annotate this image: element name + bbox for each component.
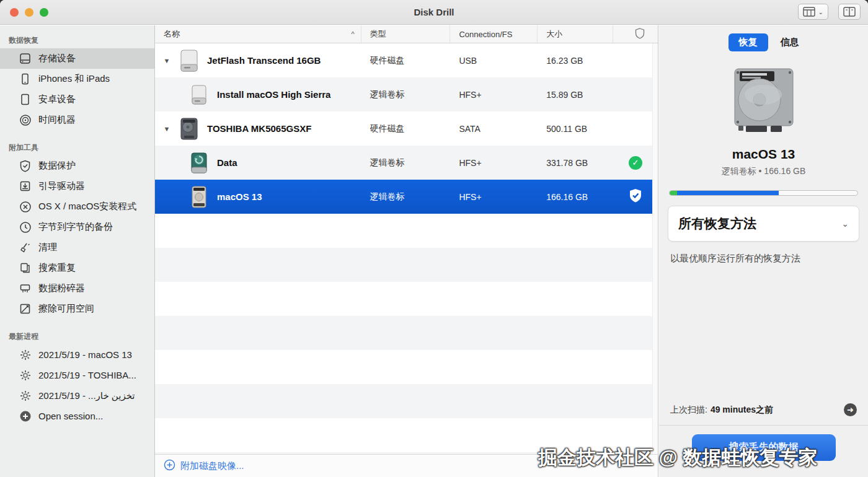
sidebar-item-label: 安卓设备 — [38, 94, 76, 105]
device-size: 166.16 GB — [538, 192, 613, 202]
iphone-icon — [19, 72, 32, 85]
disclosure-triangle-icon[interactable]: ▼ — [162, 125, 171, 133]
attach-disk-image-label: 附加磁盘映像... — [180, 460, 244, 472]
sidebar-item-iphones-ipads[interactable]: iPhones 和 iPads — [0, 69, 154, 89]
inspector-tabs: 恢复 信息 — [659, 33, 868, 51]
device-connection: SATA — [450, 124, 538, 134]
device-size: 15.89 GB — [538, 90, 613, 100]
device-type: 逻辑卷标 — [361, 89, 451, 100]
column-header-name[interactable]: 名称 ^ — [155, 25, 361, 43]
device-connection: HFS+ — [450, 158, 538, 168]
sidebar-item-macos-installer[interactable]: OS X / macOS安装程式 — [0, 196, 154, 217]
hard-drive-icon — [19, 52, 32, 65]
gear-icon — [19, 389, 32, 402]
plus-circle-outline-icon — [164, 459, 175, 473]
sidebar-item-label: 擦除可用空间 — [38, 303, 94, 315]
recovery-progress-bar — [669, 190, 858, 196]
tab-recover[interactable]: 恢复 — [728, 33, 768, 51]
sidebar-item-label: 引导驱动器 — [38, 180, 85, 192]
duplicates-copy-icon — [19, 261, 32, 274]
toggle-panel-button[interactable] — [838, 4, 861, 20]
gear-icon — [19, 369, 32, 382]
recovery-method-dropdown[interactable]: 所有恢复方法 ⌄ — [668, 206, 859, 242]
table-row-install-high-sierra[interactable]: Install macOS High Sierra 逻辑卷标 HFS+ 15.8… — [155, 77, 658, 112]
table-row-toshiba[interactable]: ▼ TOSHIBA MK5065GSXF 硬件磁盘 SATA 500.11 GB — [155, 112, 658, 146]
sidebar-item-label: 2021/5/19 - macOS 13 — [38, 349, 132, 360]
column-header-recoverable[interactable] — [613, 25, 658, 43]
sidebar-session-macos13[interactable]: 2021/5/19 - macOS 13 — [0, 344, 154, 365]
table-row-macos13-selected[interactable]: macOS 13 逻辑卷标 HFS+ 166.16 GB — [155, 180, 658, 214]
device-size: 500.11 GB — [538, 124, 613, 134]
sidebar-item-label: OS X / macOS安装程式 — [38, 201, 136, 212]
clock-icon — [19, 221, 32, 234]
disk-drill-window: Disk Drill ⌄ 数据恢复 存储设备 — [0, 0, 868, 477]
table-header: 名称 ^ 类型 Connection/FS 大小 — [155, 25, 658, 43]
recoverable-check-badge: ✓ — [629, 156, 642, 170]
column-header-type[interactable]: 类型 — [361, 25, 451, 43]
sort-ascending-icon[interactable]: ^ — [351, 30, 354, 38]
cleanup-broom-icon — [19, 241, 32, 254]
watermark-text: 掘金技术社区 @ 数据蛙恢复专家 — [538, 445, 817, 471]
device-connection: HFS+ — [450, 192, 538, 202]
sidebar-section-data-recovery: 数据恢复 — [0, 30, 154, 48]
installer-circle-x-icon — [19, 200, 32, 213]
device-name: Install macOS High Sierra — [217, 89, 330, 100]
progress-green-segment — [670, 191, 677, 195]
hard-drive-photo — [727, 68, 800, 137]
window-grid-icon — [803, 7, 815, 17]
sidebar-section-extra-tools: 附加工具 — [0, 138, 154, 155]
device-connection: HFS+ — [450, 90, 538, 100]
device-size: 331.78 GB — [538, 158, 613, 168]
table-row-jetflash[interactable]: ▼ JetFlash Transcend 16GB 硬件磁盘 USB 16.23… — [155, 43, 658, 77]
title-bar: Disk Drill ⌄ — [0, 0, 868, 25]
selected-device-subtitle: 逻辑卷标 • 166.16 GB — [659, 166, 868, 177]
device-name: macOS 13 — [217, 191, 262, 202]
device-name: TOSHIBA MK5065GSXF — [207, 123, 311, 134]
shield-outline-icon — [635, 28, 645, 41]
plus-circle-icon — [19, 409, 32, 422]
erase-free-space-icon — [19, 302, 32, 315]
chevron-down-icon: ⌄ — [818, 9, 823, 15]
attach-disk-image-link[interactable]: 附加磁盘映像... — [164, 459, 244, 473]
sidebar-session-arabic[interactable]: تخزين خار... - 2021/5/19 — [0, 385, 154, 406]
sidebar-item-android-devices[interactable]: 安卓设备 — [0, 89, 154, 110]
device-type: 硬件磁盘 — [361, 123, 451, 134]
sidebar-item-label: iPhones 和 iPads — [38, 73, 110, 85]
sidebar-item-byte-backup[interactable]: 字节到字节的备份 — [0, 217, 154, 237]
column-header-connection-fs[interactable]: Connection/FS — [450, 25, 538, 43]
volume-icon — [187, 82, 211, 107]
table-scrollbar[interactable] — [652, 43, 658, 454]
sidebar-item-open-session[interactable]: Open session... — [0, 406, 154, 426]
sidebar-item-label: تخزين خار... - 2021/5/19 — [38, 390, 135, 401]
device-table: 名称 ^ 类型 Connection/FS 大小 ▼ JetFlash — [155, 25, 658, 477]
sidebar-item-time-machine[interactable]: 时间机器 — [0, 110, 154, 130]
recovery-method-label: 所有恢复方法 — [678, 215, 756, 232]
sidebar-item-erase-free-space[interactable]: 擦除可用空间 — [0, 299, 154, 319]
view-mode-button[interactable]: ⌄ — [798, 4, 828, 20]
disclosure-triangle-icon[interactable]: ▼ — [162, 57, 171, 64]
sidebar-item-data-protection[interactable]: 数据保护 — [0, 155, 154, 176]
sidebar-item-label: 2021/5/19 - TOSHIBA... — [38, 370, 136, 380]
tab-info[interactable]: 信息 — [781, 37, 799, 48]
device-name: Data — [217, 157, 237, 168]
sidebar-item-storage-devices[interactable]: 存储设备 — [0, 48, 154, 69]
gear-icon — [19, 348, 32, 361]
last-scan-row: 上次扫描: 49 minutes之前 ➜ — [659, 403, 868, 416]
shield-check-icon — [19, 159, 32, 172]
sidebar-item-data-shredder[interactable]: 数据粉碎器 — [0, 278, 154, 299]
sidebar-item-find-duplicates[interactable]: 搜索重复 — [0, 258, 154, 278]
selected-device-name: macOS 13 — [659, 147, 868, 162]
sidebar-item-cleanup[interactable]: 清理 — [0, 237, 154, 258]
device-type: 硬件磁盘 — [361, 55, 451, 66]
sidebar-session-toshiba[interactable]: 2021/5/19 - TOSHIBA... — [0, 365, 154, 385]
inspector-divider — [659, 425, 868, 426]
sidebar-item-boot-drive[interactable]: 引导驱动器 — [0, 176, 154, 196]
android-tablet-icon — [19, 93, 32, 106]
recovery-method-description: 以最优顺序运行所有的恢复方法 — [670, 253, 857, 265]
last-scan-label: 上次扫描: — [670, 405, 707, 416]
resume-scan-arrow-icon[interactable]: ➜ — [844, 403, 857, 416]
table-row-data[interactable]: Data 逻辑卷标 HFS+ 331.78 GB ✓ — [155, 146, 658, 180]
column-header-size[interactable]: 大小 — [538, 25, 613, 43]
chevron-down-icon: ⌄ — [841, 219, 849, 229]
table-rows: ▼ JetFlash Transcend 16GB 硬件磁盘 USB 16.23… — [155, 43, 658, 454]
